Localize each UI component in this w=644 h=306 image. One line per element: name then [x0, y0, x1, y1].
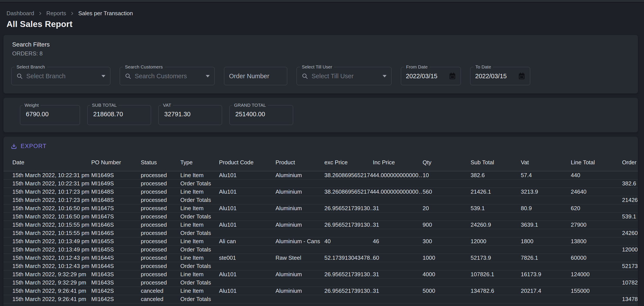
column-header-exc-price[interactable]: exc Price [324, 159, 373, 166]
search-customers-placeholder: Search Customers [135, 72, 206, 80]
column-header-order-su[interactable]: Order Su [622, 159, 638, 166]
table-row[interactable]: 15th March 2022, 10:13:49 pmMI1645Sproce… [4, 246, 638, 254]
cell-type: Line Item [180, 188, 219, 195]
select-branch-field[interactable]: Select Branch Select Branch [11, 67, 110, 85]
cell-vat: 80.9 [521, 205, 571, 212]
vat-total-field: VAT 32791.30 [158, 105, 222, 125]
column-header-status[interactable]: Status [141, 159, 180, 166]
column-header-type[interactable]: Type [180, 159, 219, 166]
table-row[interactable]: 15th March 2022, 10:22:31 pmMI1649Sproce… [4, 171, 638, 180]
cell-order-su: 12000 [622, 246, 638, 253]
cell-type: Order Totals [180, 230, 219, 236]
cell-sub-total: 21426.1 [470, 188, 521, 195]
column-header-line-total[interactable]: Line Total [571, 159, 622, 166]
cell-order-su: 107826.1 [622, 279, 638, 286]
select-till-user-field[interactable]: Select Till User Select Till User [296, 67, 392, 85]
from-date-field[interactable]: From Date 2022/03/15 [401, 67, 461, 85]
table-row[interactable]: 15th March 2022, 10:17:23 pmMI1648Sproce… [4, 196, 638, 204]
cell-product-code: Alu101 [219, 288, 276, 294]
cell-date: 15th March 2022, 10:12:43 pm [12, 263, 91, 270]
cell-product-code: Alu101 [219, 172, 276, 179]
cell-qty: 5000 [422, 288, 470, 294]
search-customers-field[interactable]: Search Customers Search Customers [120, 67, 215, 85]
chevron-down-icon [206, 75, 210, 77]
cell-exc-price: 26.956521739130… [324, 222, 373, 228]
cell-po-number: MI1643S [91, 271, 141, 278]
table-row[interactable]: 15th March 2022, 9:26:41 pmMI1642Scancel… [4, 295, 638, 304]
table-row[interactable]: 15th March 2022, 10:16:50 pmMI1647Sproce… [4, 204, 638, 212]
cell-po-number: MI1644S [91, 254, 141, 261]
column-header-date[interactable]: Date [12, 159, 91, 166]
cell-po-number: MI1648S [91, 197, 141, 204]
cell-product-code: Alu101 [219, 222, 276, 228]
column-header-po-number[interactable]: PO Number [91, 159, 141, 166]
calendar-icon[interactable] [449, 72, 456, 80]
table-row[interactable]: 15th March 2022, 10:16:50 pmMI1647Sproce… [4, 212, 638, 221]
cell-po-number: MI1646S [91, 222, 141, 228]
cell-product: Aluminium [276, 222, 324, 228]
cell-order-su: 21426.1 [622, 197, 638, 204]
search-icon [302, 73, 308, 79]
breadcrumb-current-page: Sales per Transaction [78, 10, 133, 17]
breadcrumb: Dashboard Reports Sales per Transaction [6, 10, 638, 17]
cell-po-number: MI1646S [91, 230, 141, 236]
cell-product: Aluminium [276, 271, 324, 278]
cell-po-number: MI1642S [91, 296, 141, 302]
cell-vat: 1800 [521, 238, 571, 245]
to-date-field[interactable]: To Date 2022/03/15 [470, 67, 530, 85]
cell-vat: 57.4 [521, 172, 571, 179]
cell-exc-price: 38.2608695652174 [324, 172, 373, 179]
search-customers-label: Search Customers [123, 64, 165, 70]
cell-sub-total: 24260.9 [470, 222, 521, 228]
column-header-inc-price[interactable]: Inc Price [373, 159, 422, 166]
cell-line-total: 24640 [571, 188, 622, 195]
cell-status: processed [141, 172, 180, 179]
breadcrumb-link-reports[interactable]: Reports [46, 10, 66, 17]
cell-type: Line Item [180, 205, 219, 212]
breadcrumb-link-dashboard[interactable]: Dashboard [6, 10, 34, 17]
cell-order-su: 539.1 [622, 213, 638, 220]
cell-po-number: MI1649S [91, 180, 141, 187]
select-till-user-label: Select Till User [300, 64, 334, 70]
table-row[interactable]: 15th March 2022, 9:32:29 pmMI1643Sproces… [4, 270, 638, 278]
cell-product: Aluminium [276, 205, 324, 212]
sub-total-value: 218608.70 [93, 110, 123, 118]
calendar-icon[interactable] [518, 72, 525, 80]
cell-date: 15th March 2022, 10:17:23 pm [12, 197, 91, 204]
column-header-product[interactable]: Product [276, 159, 324, 166]
search-icon [16, 73, 23, 79]
table-row[interactable]: 15th March 2022, 10:17:23 pmMI1648Sproce… [4, 188, 638, 196]
cell-status: processed [141, 230, 180, 236]
column-header-sub-total[interactable]: Sub Total [470, 159, 521, 166]
cell-date: 15th March 2022, 10:15:55 pm [12, 222, 91, 228]
cell-qty: 900 [422, 222, 470, 228]
table-row[interactable]: 15th March 2022, 9:26:41 pmMI1642Scancel… [4, 287, 638, 295]
order-number-field[interactable]: Order Number [224, 67, 287, 85]
weight-total-value: 6790.00 [26, 110, 49, 118]
cell-sub-total: 12000 [470, 238, 521, 245]
table-row[interactable]: 15th March 2022, 10:15:55 pmMI1646Sproce… [4, 229, 638, 237]
from-date-label: From Date [404, 64, 430, 70]
cell-status: processed [141, 246, 180, 253]
column-header-qty[interactable]: Qty [422, 159, 470, 166]
cell-po-number: MI1645S [91, 246, 141, 253]
cell-type: Line Item [180, 254, 219, 261]
cell-status: processed [141, 254, 180, 261]
table-row[interactable]: 15th March 2022, 10:12:43 pmMI1644Sproce… [4, 254, 638, 262]
table-row[interactable]: 15th March 2022, 10:22:31 pmMI1649Sproce… [4, 180, 638, 188]
column-header-vat[interactable]: Vat [521, 159, 571, 166]
cell-exc-price: 26.956521739130… [324, 288, 373, 294]
search-icon [125, 73, 131, 79]
table-row[interactable]: 15th March 2022, 10:12:43 pmMI1644Sproce… [4, 262, 638, 270]
table-row[interactable]: 15th March 2022, 10:15:55 pmMI1646Sproce… [4, 221, 638, 229]
cell-product: Aluminium - Cans [276, 238, 324, 245]
cell-product-code: ste001 [219, 254, 276, 261]
cell-product: Aluminium [276, 188, 324, 195]
export-button[interactable]: EXPORT [11, 142, 49, 150]
cell-date: 15th March 2022, 10:15:55 pm [12, 230, 91, 236]
column-header-product-code[interactable]: Product Code [219, 159, 276, 166]
table-row[interactable]: 15th March 2022, 10:13:49 pmMI1645Sproce… [4, 237, 638, 246]
table-row[interactable]: 15th March 2022, 9:32:29 pmMI1643Sproces… [4, 278, 638, 287]
vat-total-value: 32791.30 [164, 110, 190, 118]
filters-fields-row: Select Branch Select Branch Search Custo… [11, 67, 630, 85]
